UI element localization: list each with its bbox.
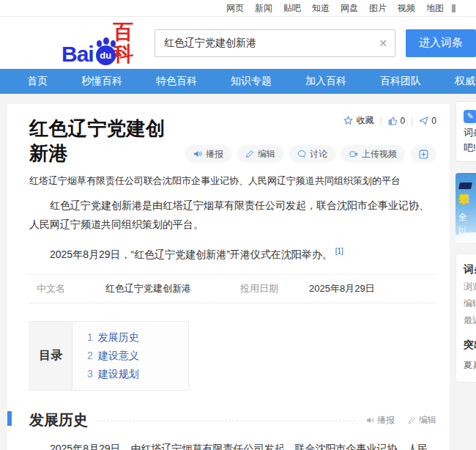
contributor-user-link[interactable]: 夏真 xyxy=(464,359,476,372)
channel-tese[interactable]: 特色百科 xyxy=(156,75,197,88)
edit-prompt-box[interactable]: ✎ 词条 吧! xyxy=(455,101,476,162)
topnav-link-tieba[interactable]: 贴吧 xyxy=(283,2,301,15)
like-button[interactable]: 0 xyxy=(388,116,406,126)
speaker-icon xyxy=(366,416,374,424)
entry-summary: 红塔辽宁烟草有限责任公司联合沈阳市企事业记协、人民网辽宁频道共同组织策划的平台 xyxy=(29,174,436,188)
topnav-link-zhidao[interactable]: 知道 xyxy=(312,2,330,15)
search-header: Bai du 百科 ✕ 进入词条 xyxy=(0,17,476,69)
toc-list: 1发展历史 2建设意义 3建设规划 xyxy=(72,322,188,390)
banner-logo-icon xyxy=(458,182,472,189)
title-row: 红色辽宁党建创新港 播报 编辑 讨论 xyxy=(29,116,436,166)
edit-label: 编辑 xyxy=(419,414,436,427)
toc-number: 2 xyxy=(87,350,93,361)
banner-text: 全 xyxy=(458,211,467,224)
toc-number: 3 xyxy=(87,368,93,380)
basic-info-box: 中文名 红色辽宁党建创新港 投用日期 2025年8月29日 xyxy=(29,274,436,303)
contributors-title: 突出贡 xyxy=(464,339,476,352)
section-title: 发展历史 xyxy=(29,410,88,430)
info-item-chinese-name: 中文名 红色辽宁党建创新港 xyxy=(29,281,233,296)
channel-zhishi[interactable]: 知识专题 xyxy=(231,75,272,88)
upload-video-button[interactable]: 上传视频 xyxy=(341,145,405,163)
divider: | xyxy=(411,116,413,126)
channel-home[interactable]: 首页 xyxy=(27,75,48,88)
speaker-icon xyxy=(193,150,202,158)
baidu-baike-logo[interactable]: Bai du 百科 xyxy=(62,21,146,65)
section-broadcast-button[interactable]: 播报 xyxy=(366,414,395,427)
broadcast-label: 播报 xyxy=(206,148,223,161)
entry-action-pills: 播报 编辑 讨论 上传视频 xyxy=(185,145,436,163)
enter-entry-button[interactable]: 进入词条 xyxy=(406,29,476,57)
toc-item-history[interactable]: 1发展历史 xyxy=(87,328,188,347)
entry-title: 红色辽宁党建创新港 xyxy=(29,116,175,166)
section-paragraph: 2025年8月29日，由红塔辽宁烟草有限责任公司发起，联合沈阳市企事业记协、人民… xyxy=(29,440,436,450)
like-count: 0 xyxy=(401,116,406,126)
share-icon xyxy=(419,116,428,125)
edit-button[interactable]: 编辑 xyxy=(237,145,283,163)
discuss-button[interactable]: 讨论 xyxy=(289,145,335,163)
upload-video-label: 上传视频 xyxy=(362,148,397,161)
promo-text: 词条 xyxy=(464,125,476,140)
baidu-paw-icon: du xyxy=(94,37,113,65)
divider: | xyxy=(379,116,382,126)
pencil-icon xyxy=(408,416,416,424)
search-input[interactable] xyxy=(155,29,395,57)
social-actions: 收藏 | 0 | 0 xyxy=(343,114,436,127)
channel-miaodong[interactable]: 秒懂百科 xyxy=(81,75,122,88)
add-button[interactable] xyxy=(411,145,436,163)
pencil-icon xyxy=(245,150,254,158)
section-dashed-line xyxy=(100,421,356,421)
page-body: 红色辽宁党建创新港 播报 编辑 讨论 xyxy=(0,94,476,450)
channel-nav: 首页 秒懂百科 特色百科 知识专题 加入百科 百科团队 权威合作 xyxy=(0,69,476,94)
top-utility-nav: 网页 新闻 贴吧 知道 网盘 图片 视频 地图 xyxy=(0,0,476,17)
stats-row-updated: 最近更 xyxy=(464,314,476,327)
collect-label: 收藏 xyxy=(356,114,373,127)
table-of-contents: 目录 1发展历史 2建设意义 3建设规划 xyxy=(29,321,189,391)
cut-off-link-fragment xyxy=(452,4,455,12)
topnav-link-maps[interactable]: 地图 xyxy=(426,2,444,15)
section-edit-button[interactable]: 编辑 xyxy=(408,414,436,427)
channel-join[interactable]: 加入百科 xyxy=(305,75,346,88)
broadcast-label: 播报 xyxy=(377,414,395,427)
topnav-link-images[interactable]: 图片 xyxy=(369,2,387,15)
edit-badge-icon: ✎ xyxy=(464,110,476,123)
toc-link: 发展历史 xyxy=(98,331,139,343)
search-box: ✕ xyxy=(155,29,395,57)
stats-row-views: 浏览次 xyxy=(464,281,476,293)
channel-team[interactable]: 百科团队 xyxy=(380,75,421,88)
toc-item-significance[interactable]: 2建设意义 xyxy=(87,347,188,365)
toc-number: 1 xyxy=(87,331,93,343)
logo-text-baike: 百科 xyxy=(113,21,146,65)
promo-banner[interactable]: 攀 全 以 xyxy=(455,173,476,243)
collect-button[interactable]: 收藏 xyxy=(343,114,373,127)
banner-text: 攀 xyxy=(458,193,469,207)
topnav-link-netdisk[interactable]: 网盘 xyxy=(341,2,358,15)
lead-paragraph: 红色辽宁党建创新港是由红塔辽宁烟草有限责任公司发起，联合沈阳市企事业记协、人民网… xyxy=(29,196,436,234)
entry-card: 红色辽宁党建创新港 播报 编辑 讨论 xyxy=(7,104,450,450)
topnav-link-video[interactable]: 视频 xyxy=(398,2,415,15)
info-value: 2025年8月29日 xyxy=(309,281,375,296)
section-tools: 播报 编辑 xyxy=(366,414,436,427)
reference-link[interactable]: [1] xyxy=(335,247,343,255)
channel-quanwei[interactable]: 权威合作 xyxy=(455,75,476,88)
entry-stats-box: 词条统计 浏览次 编辑次 最近更 突出贡 夏真 xyxy=(455,254,476,383)
thumb-up-icon xyxy=(388,116,398,125)
topnav-link-webpage[interactable]: 网页 xyxy=(226,2,244,15)
edit-label: 编辑 xyxy=(258,148,275,161)
toc-item-planning[interactable]: 3建设规划 xyxy=(87,365,188,383)
logo-text-du: du xyxy=(96,45,116,65)
info-item-launch-date: 投用日期 2025年8月29日 xyxy=(233,281,436,296)
info-label: 投用日期 xyxy=(240,281,289,296)
share-button[interactable]: 0 xyxy=(419,116,436,126)
toc-link: 建设意义 xyxy=(98,350,139,361)
baidu-baike-page: 网页 新闻 贴吧 知道 网盘 图片 视频 地图 Bai du 百科 ✕ 进入词条… xyxy=(0,0,476,450)
share-count: 0 xyxy=(431,116,436,126)
clear-search-icon[interactable]: ✕ xyxy=(379,37,387,50)
plus-icon xyxy=(419,150,428,159)
section-history: 发展历史 播报 编辑 2025年8月29日，由红塔辽宁烟草 xyxy=(29,410,436,450)
star-icon xyxy=(343,116,353,125)
chat-icon xyxy=(297,150,306,158)
broadcast-button[interactable]: 播报 xyxy=(185,145,231,163)
section-accent-bar xyxy=(7,411,12,426)
toc-link: 建设规划 xyxy=(98,368,139,380)
topnav-link-news[interactable]: 新闻 xyxy=(255,2,272,15)
